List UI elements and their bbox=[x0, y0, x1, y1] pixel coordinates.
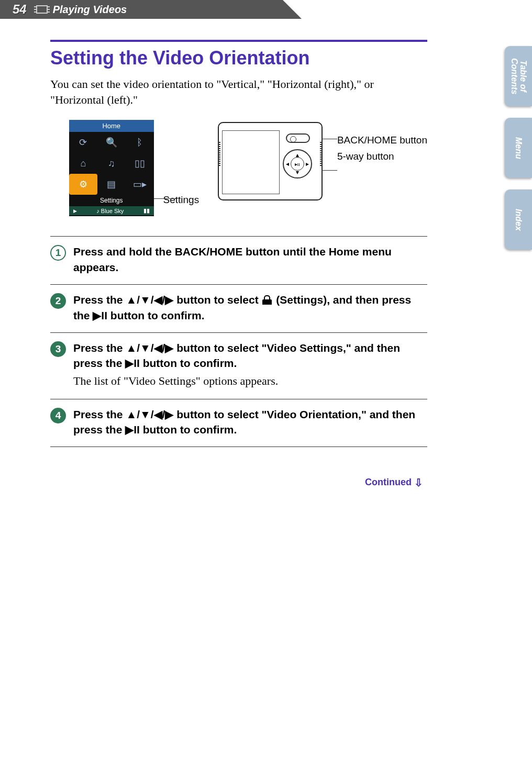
device-figure: ▴ ▾ ◂ ▸ ▸ıı bbox=[218, 122, 323, 200]
home-menu-figure: Home ⟳ 🔍 ᛒ ⌂ ♫ ▯▯ ⚙ ▤ ▭▸ Settings ▶ ♪ Bl… bbox=[69, 120, 154, 216]
home-menu-item-music-icon: ♫ bbox=[97, 153, 126, 174]
settings-callout-label: Settings bbox=[163, 194, 199, 206]
home-menu-item-video-icon: ▯▯ bbox=[126, 153, 154, 174]
device-callout-labels: BACK/HOME button 5-way button bbox=[337, 132, 427, 164]
step-1-text: Press and hold the BACK/HOME button unti… bbox=[73, 244, 427, 275]
step-3-note: The list of "Video Settings" options app… bbox=[73, 373, 427, 389]
home-menu-item-playlists-icon: ▤ bbox=[97, 174, 126, 195]
content-area: Setting the Video Orientation You can se… bbox=[50, 40, 427, 489]
title-rule bbox=[50, 40, 427, 42]
home-menu-item-now-playing-icon: ▭▸ bbox=[126, 174, 154, 195]
step-number-1: 1 bbox=[50, 245, 66, 261]
step-separator bbox=[50, 284, 427, 285]
tab-label: Index bbox=[514, 209, 523, 231]
header-bar: 54 Playing Videos bbox=[0, 0, 283, 19]
tab-index[interactable]: Index bbox=[505, 189, 532, 250]
home-menu-title: Home bbox=[69, 120, 154, 132]
music-icon: ♪ bbox=[96, 208, 99, 214]
page-title: Setting the Video Orientation bbox=[50, 47, 427, 69]
continued-indicator: Continued ⇩ bbox=[50, 476, 423, 489]
step-4: 4 Press the ▲/▼/◀/▶ button to select "Vi… bbox=[50, 407, 427, 438]
callout-leader bbox=[154, 198, 176, 199]
video-section-icon bbox=[36, 5, 48, 14]
step-separator bbox=[50, 236, 427, 237]
step-3-text: Press the ▲/▼/◀/▶ button to select "Vide… bbox=[73, 340, 427, 371]
now-playing-track: Blue Sky bbox=[101, 208, 124, 214]
home-menu-item-search-icon: 🔍 bbox=[97, 132, 126, 153]
home-menu-now-playing-bar: ▶ ♪ Blue Sky ▮▮ bbox=[69, 206, 154, 215]
device-screen bbox=[222, 130, 280, 194]
five-way-label: 5-way button bbox=[337, 149, 427, 164]
tab-table-of-contents[interactable]: Table ofContents bbox=[505, 46, 532, 106]
home-menu-item-settings-icon: ⚙ bbox=[69, 174, 97, 195]
home-menu-item-bluetooth-icon: ᛒ bbox=[126, 132, 154, 153]
side-tabs: Table ofContents Menu Index bbox=[505, 46, 532, 261]
tab-label: Menu bbox=[514, 137, 523, 159]
step-1: 1 Press and hold the BACK/HOME button un… bbox=[50, 244, 427, 275]
back-home-label: BACK/HOME button bbox=[337, 132, 427, 148]
back-home-button-icon bbox=[286, 133, 310, 143]
home-menu-item-photo-icon: ⌂ bbox=[69, 153, 97, 174]
step-number-3: 3 bbox=[50, 341, 66, 357]
step-2: 2 Press the ▲/▼/◀/▶ button to select (Se… bbox=[50, 292, 427, 323]
step-3: 3 Press the ▲/▼/◀/▶ button to select "Vi… bbox=[50, 340, 427, 389]
play-indicator-icon: ▶ bbox=[73, 208, 77, 214]
device-buttons: ▴ ▾ ◂ ▸ ▸ıı bbox=[279, 130, 317, 194]
tab-label: Table ofContents bbox=[509, 58, 527, 94]
step-2-text: Press the ▲/▼/◀/▶ button to select (Sett… bbox=[73, 292, 427, 323]
intro-paragraph: You can set the video orientation to "Ve… bbox=[50, 76, 427, 107]
battery-icon: ▮▮ bbox=[143, 207, 150, 214]
header-section-title: Playing Videos bbox=[53, 4, 127, 16]
tab-menu[interactable]: Menu bbox=[505, 118, 532, 178]
figures-row: Home ⟳ 🔍 ᛒ ⌂ ♫ ▯▯ ⚙ ▤ ▭▸ Settings ▶ ♪ Bl… bbox=[50, 120, 427, 216]
home-menu-highlight-label: Settings bbox=[69, 195, 154, 206]
settings-icon bbox=[261, 295, 273, 305]
continued-arrow-icon: ⇩ bbox=[414, 477, 423, 488]
page-number: 54 bbox=[13, 2, 27, 17]
step-number-2: 2 bbox=[50, 293, 66, 309]
five-way-button-icon: ▴ ▾ ◂ ▸ ▸ıı bbox=[283, 149, 312, 178]
step-separator bbox=[50, 447, 427, 447]
home-menu-item-intelligent-shuffle-icon: ⟳ bbox=[69, 132, 97, 153]
step-number-4: 4 bbox=[50, 408, 66, 423]
step-separator bbox=[50, 332, 427, 333]
step-separator bbox=[50, 399, 427, 399]
step-4-text: Press the ▲/▼/◀/▶ button to select "Vide… bbox=[73, 407, 427, 438]
